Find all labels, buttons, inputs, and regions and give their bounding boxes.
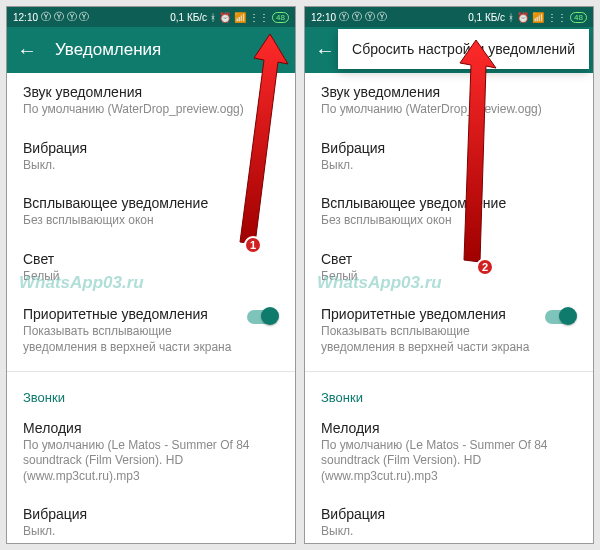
setting-notification-sound[interactable]: Звук уведомления По умолчанию (WaterDrop…: [7, 73, 295, 129]
back-icon[interactable]: ←: [315, 39, 335, 62]
app-bar: ← Уведомления ⋮: [7, 27, 295, 73]
setting-vibration[interactable]: Вибрация Выкл.: [305, 129, 593, 185]
section-header-calls: Звонки: [305, 376, 593, 409]
status-app-icon: Ⓨ Ⓨ Ⓨ Ⓨ: [339, 10, 387, 24]
setting-ringtone[interactable]: Мелодия По умолчанию (Le Matos - Summer …: [7, 409, 295, 496]
bluetooth-icon: ᚼ: [508, 12, 514, 23]
setting-call-vibration[interactable]: Вибрация Выкл.: [7, 495, 295, 543]
toggle-switch-on[interactable]: [247, 310, 277, 324]
wifi-icon: ⋮⋮: [249, 12, 269, 23]
settings-list: Звук уведомления По умолчанию (WaterDrop…: [305, 73, 593, 543]
setting-high-priority[interactable]: Приоритетные уведомления Показывать вспл…: [305, 295, 593, 366]
toggle-switch-on[interactable]: [545, 310, 575, 324]
battery-icon: 48: [570, 12, 587, 23]
menu-reset-notifications[interactable]: Сбросить настройки уведомлений: [338, 29, 589, 69]
alarm-icon: ⏰: [517, 12, 529, 23]
setting-vibration[interactable]: Вибрация Выкл.: [7, 129, 295, 185]
phone-screenshot-right: 12:10 Ⓨ Ⓨ Ⓨ Ⓨ 0,1 КБ/с ᚼ ⏰ 📶 ⋮⋮ 48 ← Сбр…: [304, 6, 594, 544]
setting-ringtone[interactable]: Мелодия По умолчанию (Le Matos - Summer …: [305, 409, 593, 496]
status-time: 12:10: [311, 12, 336, 23]
status-app-icon: Ⓨ Ⓨ Ⓨ Ⓨ: [41, 10, 89, 24]
status-speed: 0,1 КБ/с: [170, 12, 207, 23]
status-time: 12:10: [13, 12, 38, 23]
back-icon[interactable]: ←: [17, 39, 37, 62]
settings-list: Звук уведомления По умолчанию (WaterDrop…: [7, 73, 295, 543]
divider: [7, 371, 295, 372]
status-bar: 12:10 Ⓨ Ⓨ Ⓨ Ⓨ 0,1 КБ/с ᚼ ⏰ 📶 ⋮⋮ 48: [7, 7, 295, 27]
overflow-menu-icon[interactable]: ⋮: [256, 35, 285, 65]
setting-popup-notification[interactable]: Всплывающее уведомление Без всплывающих …: [7, 184, 295, 240]
setting-high-priority[interactable]: Приоритетные уведомления Показывать вспл…: [7, 295, 295, 366]
annotation-badge-1: 1: [244, 236, 262, 254]
annotation-badge-2: 2: [476, 258, 494, 276]
setting-light[interactable]: Свет Белый: [305, 240, 593, 296]
bluetooth-icon: ᚼ: [210, 12, 216, 23]
app-title: Уведомления: [55, 40, 256, 60]
battery-icon: 48: [272, 12, 289, 23]
alarm-icon: ⏰: [219, 12, 231, 23]
setting-call-vibration[interactable]: Вибрация Выкл.: [305, 495, 593, 543]
status-speed: 0,1 КБ/с: [468, 12, 505, 23]
status-bar: 12:10 Ⓨ Ⓨ Ⓨ Ⓨ 0,1 КБ/с ᚼ ⏰ 📶 ⋮⋮ 48: [305, 7, 593, 27]
setting-popup-notification[interactable]: Всплывающее уведомление Без всплывающих …: [305, 184, 593, 240]
signal-icon: 📶: [532, 12, 544, 23]
phone-screenshot-left: 12:10 Ⓨ Ⓨ Ⓨ Ⓨ 0,1 КБ/с ᚼ ⏰ 📶 ⋮⋮ 48 ← Уве…: [6, 6, 296, 544]
menu-item-label: Сбросить настройки уведомлений: [352, 41, 575, 57]
wifi-icon: ⋮⋮: [547, 12, 567, 23]
section-header-calls: Звонки: [7, 376, 295, 409]
signal-icon: 📶: [234, 12, 246, 23]
divider: [305, 371, 593, 372]
setting-notification-sound[interactable]: Звук уведомления По умолчанию (WaterDrop…: [305, 73, 593, 129]
